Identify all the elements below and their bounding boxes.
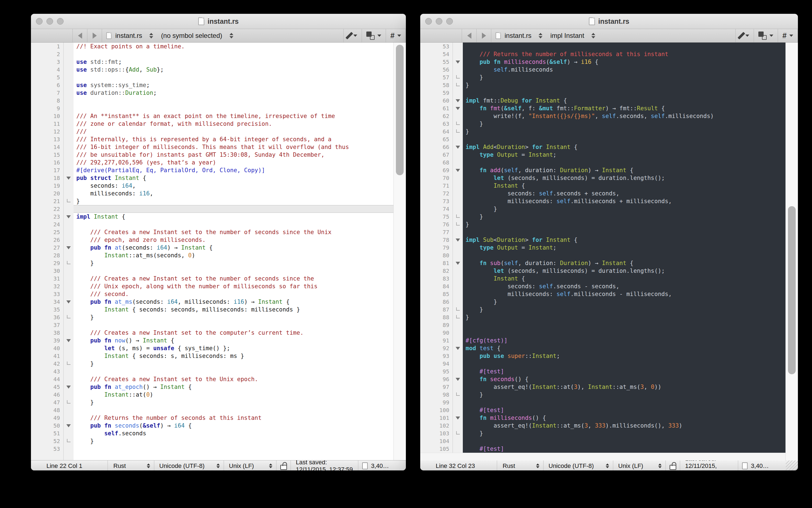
fold-cell[interactable] bbox=[453, 391, 463, 398]
zoom-button[interactable] bbox=[57, 18, 64, 25]
fold-open-icon[interactable] bbox=[456, 60, 460, 64]
fold-close-icon[interactable] bbox=[456, 431, 460, 434]
fold-cell[interactable] bbox=[453, 414, 463, 422]
fold-cell[interactable] bbox=[453, 306, 463, 313]
scrollbar-thumb[interactable] bbox=[788, 206, 796, 374]
fold-cell[interactable] bbox=[453, 344, 463, 352]
fold-close-icon[interactable] bbox=[456, 392, 460, 396]
fold-cell[interactable] bbox=[453, 236, 463, 244]
fold-cell[interactable] bbox=[453, 220, 463, 228]
fold-cell[interactable] bbox=[453, 259, 463, 267]
fold-cell[interactable] bbox=[64, 360, 74, 368]
fold-close-icon[interactable] bbox=[456, 222, 460, 225]
fold-cell[interactable] bbox=[453, 213, 463, 220]
fold-close-icon[interactable] bbox=[67, 315, 71, 319]
fold-open-icon[interactable] bbox=[456, 417, 460, 420]
fold-close-icon[interactable] bbox=[456, 75, 460, 79]
fold-close-icon[interactable] bbox=[456, 129, 460, 133]
write-lock-toggle[interactable] bbox=[666, 461, 680, 470]
back-button[interactable] bbox=[462, 29, 476, 42]
file-dropdown[interactable]: instant.rs bbox=[102, 29, 157, 42]
language-selector[interactable]: Rust bbox=[108, 461, 154, 470]
fold-cell[interactable] bbox=[453, 128, 463, 135]
encoding-selector[interactable]: Unicode (UTF-8) bbox=[154, 461, 224, 470]
scrollbar-thumb[interactable] bbox=[396, 45, 404, 175]
layout-actions-button[interactable] bbox=[754, 29, 778, 42]
fold-cell[interactable] bbox=[453, 58, 463, 66]
fold-cell[interactable] bbox=[64, 437, 74, 445]
fold-open-icon[interactable] bbox=[66, 339, 71, 342]
fold-close-icon[interactable] bbox=[456, 122, 460, 125]
minimize-button[interactable] bbox=[436, 18, 442, 25]
fold-cell[interactable] bbox=[64, 244, 74, 252]
fold-cell[interactable] bbox=[64, 337, 74, 344]
line-ending-selector[interactable]: Unix (LF) bbox=[224, 461, 277, 470]
fold-close-icon[interactable] bbox=[456, 214, 460, 218]
fold-open-icon[interactable] bbox=[456, 262, 460, 265]
fold-open-icon[interactable] bbox=[66, 215, 71, 218]
symbol-list-button[interactable]: # bbox=[386, 29, 406, 42]
fold-cell[interactable] bbox=[64, 422, 74, 429]
layout-actions-button[interactable] bbox=[362, 29, 386, 42]
fold-cell[interactable] bbox=[453, 74, 463, 81]
title-bar[interactable]: instant.rs bbox=[31, 14, 406, 29]
fold-close-icon[interactable] bbox=[67, 199, 71, 202]
fold-cell[interactable] bbox=[453, 81, 463, 89]
fold-open-icon[interactable] bbox=[66, 300, 71, 303]
fold-open-icon[interactable] bbox=[66, 246, 71, 249]
fold-open-icon[interactable] bbox=[456, 99, 460, 102]
symbol-dropdown[interactable]: impl Instant bbox=[546, 29, 599, 42]
fold-cell[interactable] bbox=[64, 383, 74, 391]
fold-close-icon[interactable] bbox=[456, 83, 460, 86]
fold-close-icon[interactable] bbox=[67, 400, 71, 404]
language-selector[interactable]: Rust bbox=[497, 461, 543, 470]
horizontal-scrollbar-track[interactable] bbox=[420, 453, 798, 461]
fold-close-icon[interactable] bbox=[456, 307, 460, 311]
fold-open-icon[interactable] bbox=[66, 424, 71, 427]
fold-cell[interactable] bbox=[64, 313, 74, 321]
forward-button[interactable] bbox=[87, 29, 102, 42]
fold-open-icon[interactable] bbox=[456, 107, 460, 110]
fold-close-icon[interactable] bbox=[67, 261, 71, 264]
fold-cell[interactable] bbox=[64, 398, 74, 406]
fold-close-icon[interactable] bbox=[67, 362, 71, 365]
bundle-actions-button[interactable] bbox=[344, 29, 362, 42]
fold-cell[interactable] bbox=[453, 166, 463, 174]
fold-cell[interactable] bbox=[64, 213, 74, 220]
encoding-selector[interactable]: Unicode (UTF-8) bbox=[543, 461, 613, 470]
fold-cell[interactable] bbox=[453, 143, 463, 151]
fold-open-icon[interactable] bbox=[456, 169, 460, 172]
minimize-button[interactable] bbox=[46, 18, 53, 25]
title-bar[interactable]: instant.rs bbox=[420, 14, 798, 29]
fold-cell[interactable] bbox=[453, 429, 463, 437]
symbol-list-button[interactable]: # bbox=[778, 29, 798, 42]
fold-cell[interactable] bbox=[453, 120, 463, 128]
fold-cell[interactable] bbox=[64, 298, 74, 306]
fold-cell[interactable] bbox=[453, 375, 463, 383]
vertical-scrollbar[interactable] bbox=[785, 43, 798, 460]
file-dropdown[interactable]: instant.rs bbox=[491, 29, 546, 42]
fold-cell[interactable] bbox=[64, 197, 74, 205]
close-button[interactable] bbox=[36, 18, 43, 25]
code-area[interactable]: //! Exact points on a timeline.use std::… bbox=[74, 43, 406, 460]
close-button[interactable] bbox=[425, 18, 432, 25]
back-button[interactable] bbox=[73, 29, 87, 42]
fold-cell[interactable] bbox=[453, 104, 463, 112]
zoom-button[interactable] bbox=[446, 18, 453, 25]
fold-cell[interactable] bbox=[64, 174, 74, 182]
fold-cell[interactable] bbox=[453, 313, 463, 321]
fold-open-icon[interactable] bbox=[456, 347, 460, 350]
fold-open-icon[interactable] bbox=[456, 378, 460, 381]
fold-open-icon[interactable] bbox=[66, 177, 71, 180]
fold-open-icon[interactable] bbox=[66, 386, 71, 389]
symbol-dropdown[interactable]: (no symbol selected) bbox=[157, 29, 237, 42]
fold-open-icon[interactable] bbox=[456, 239, 460, 242]
fold-close-icon[interactable] bbox=[67, 439, 71, 442]
fold-close-icon[interactable] bbox=[456, 315, 460, 319]
fold-cell[interactable] bbox=[453, 97, 463, 104]
vertical-scrollbar[interactable] bbox=[394, 43, 406, 460]
fold-open-icon[interactable] bbox=[456, 146, 460, 149]
bundle-actions-button[interactable] bbox=[736, 29, 754, 42]
forward-button[interactable] bbox=[477, 29, 491, 42]
write-lock-toggle[interactable] bbox=[277, 461, 291, 470]
